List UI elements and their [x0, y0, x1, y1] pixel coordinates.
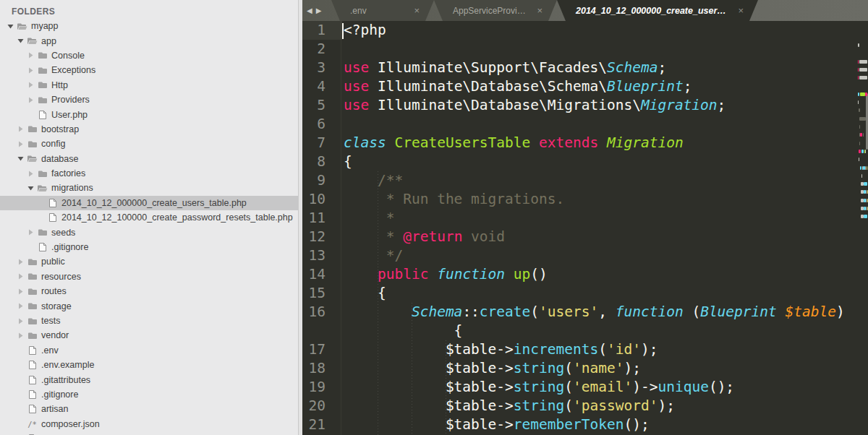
tree-item[interactable]: resources — [0, 270, 298, 284]
code-line: 18 $table->string('name'); — [302, 359, 868, 378]
tree-item[interactable]: /*composer.json — [0, 417, 298, 431]
code-line: 21 $table->rememberToken(); — [302, 415, 868, 434]
line-number[interactable]: 10 — [302, 190, 342, 209]
tab[interactable]: .env× — [331, 0, 434, 21]
tree-item[interactable]: .env — [0, 343, 298, 358]
line-number[interactable]: 17 — [302, 340, 342, 359]
line-number[interactable]: 16 — [302, 303, 342, 322]
line-number[interactable]: 11 — [302, 209, 342, 228]
disclosure-triangle-icon[interactable] — [26, 82, 35, 88]
tree-item[interactable]: Http — [0, 78, 298, 92]
line-number[interactable]: 15 — [302, 284, 342, 303]
minimap-line — [860, 133, 862, 137]
disclosure-triangle-icon[interactable] — [26, 171, 35, 177]
tree-item-label: public — [41, 257, 65, 267]
disclosure-triangle-icon[interactable] — [6, 24, 14, 29]
disclosure-triangle-icon[interactable] — [16, 303, 25, 309]
code-line-text: $table->rememberToken(); — [342, 415, 650, 434]
disclosure-triangle-icon[interactable] — [26, 229, 35, 236]
tree-item[interactable]: .gitignore — [0, 387, 298, 402]
tree-item[interactable]: .env.example — [0, 358, 298, 372]
tree-item[interactable]: config — [0, 137, 298, 151]
tree-item[interactable]: artisan — [0, 402, 298, 416]
disclosure-triangle-icon[interactable] — [16, 38, 25, 43]
line-number[interactable]: 14 — [302, 265, 342, 284]
tab-scroll-left-icon[interactable]: ◀ — [307, 7, 312, 15]
sidebar-file-tree[interactable]: FOLDERS myappappConsoleExceptionsHttpPro… — [0, 0, 298, 435]
line-number[interactable]: 19 — [302, 378, 342, 397]
tree-item[interactable]: 2014_10_12_100000_create_password_resets… — [0, 210, 298, 225]
disclosure-triangle-icon[interactable] — [26, 97, 35, 103]
disclosure-triangle-icon[interactable] — [16, 288, 25, 295]
minimap-line — [865, 92, 867, 96]
tree-item[interactable]: Exceptions — [0, 63, 298, 77]
code-line-text — [342, 115, 344, 134]
tree-item-label: app — [41, 36, 56, 46]
tree-item[interactable]: myapp — [0, 19, 298, 33]
tree-item[interactable]: tests — [0, 314, 298, 328]
minimap-line — [859, 117, 866, 121]
minimap-line — [858, 100, 859, 104]
disclosure-triangle-icon[interactable] — [26, 67, 35, 74]
tree-item[interactable]: public — [0, 254, 298, 269]
tab-close-icon[interactable]: × — [529, 5, 557, 16]
line-number[interactable]: 8 — [302, 152, 342, 171]
line-number[interactable] — [302, 322, 342, 340]
tree-item[interactable]: storage — [0, 298, 298, 313]
folder-icon — [27, 288, 38, 296]
minimap-line — [861, 150, 864, 153]
line-number[interactable]: 6 — [302, 115, 342, 134]
line-number[interactable]: 7 — [302, 134, 342, 152]
minimap[interactable] — [858, 21, 868, 435]
disclosure-triangle-icon[interactable] — [16, 126, 25, 132]
disclosure-triangle-icon[interactable] — [16, 141, 25, 147]
tab-close-icon[interactable]: × — [407, 5, 434, 16]
disclosure-triangle-icon[interactable] — [26, 186, 35, 191]
line-number[interactable]: 3 — [302, 59, 342, 77]
disclosure-triangle-icon[interactable] — [16, 156, 25, 161]
disclosure-triangle-icon[interactable] — [26, 52, 35, 59]
tree-item-label: Providers — [51, 95, 90, 105]
line-number[interactable]: 21 — [302, 415, 342, 434]
tree-item[interactable]: migrations — [0, 181, 298, 195]
tab-scroll-right-icon[interactable]: ▶ — [316, 7, 322, 15]
line-number[interactable]: 4 — [302, 77, 342, 96]
code-line: 7class CreateUsersTable extends Migratio… — [302, 134, 868, 152]
code-line: 3use Illuminate\Support\Facades\Schema; — [302, 59, 868, 77]
tab[interactable]: AppServiceProvider.php× — [434, 0, 557, 21]
tree-item[interactable]: Providers — [0, 92, 298, 107]
code-line: 15 { — [302, 284, 868, 303]
line-number[interactable]: 9 — [302, 171, 342, 190]
tree-item[interactable]: Console — [0, 48, 298, 63]
disclosure-triangle-icon[interactable] — [16, 259, 25, 265]
line-number[interactable]: 13 — [302, 246, 342, 265]
line-number[interactable]: 2 — [302, 40, 342, 59]
tree-item[interactable]: .gitignore — [0, 240, 298, 254]
disclosure-triangle-icon[interactable] — [16, 318, 25, 324]
tree-item[interactable]: routes — [0, 284, 298, 298]
tree-item[interactable]: app — [0, 33, 298, 48]
tree-item[interactable]: factories — [0, 166, 298, 181]
tree-item[interactable]: vendor — [0, 328, 298, 343]
tree-item[interactable]: bootstrap — [0, 122, 298, 137]
disclosure-triangle-icon[interactable] — [16, 332, 25, 339]
tree-item[interactable]: database — [0, 152, 298, 166]
tree-item[interactable]: seeds — [0, 225, 298, 239]
line-number[interactable]: 20 — [302, 397, 342, 415]
line-number[interactable]: 1 — [302, 21, 342, 40]
tree-item[interactable] — [0, 431, 298, 435]
tree-item[interactable]: User.php — [0, 107, 298, 121]
code-line: 6 — [302, 115, 868, 134]
tab-active[interactable]: 2014_10_12_000000_create_users_table.php… — [557, 0, 758, 21]
tab-close-icon[interactable]: × — [731, 5, 758, 16]
tree-item[interactable]: .gitattributes — [0, 372, 298, 387]
tree-item-selected[interactable]: 2014_10_12_000000_create_users_table.php — [0, 196, 298, 210]
disclosure-triangle-icon[interactable] — [16, 273, 25, 280]
line-number[interactable]: 5 — [302, 96, 342, 115]
line-number[interactable]: 18 — [302, 359, 342, 378]
line-number[interactable]: 12 — [302, 228, 342, 246]
editor-pane[interactable]: ◀ ▶ .env×AppServiceProvider.php×2014_10_… — [302, 0, 868, 435]
tree-item-label: .gitignore — [51, 242, 88, 252]
code-editor-surface[interactable]: 1<?php23use Illuminate\Support\Facades\S… — [302, 21, 868, 435]
code-line: 20 $table->string('password'); — [302, 397, 868, 415]
